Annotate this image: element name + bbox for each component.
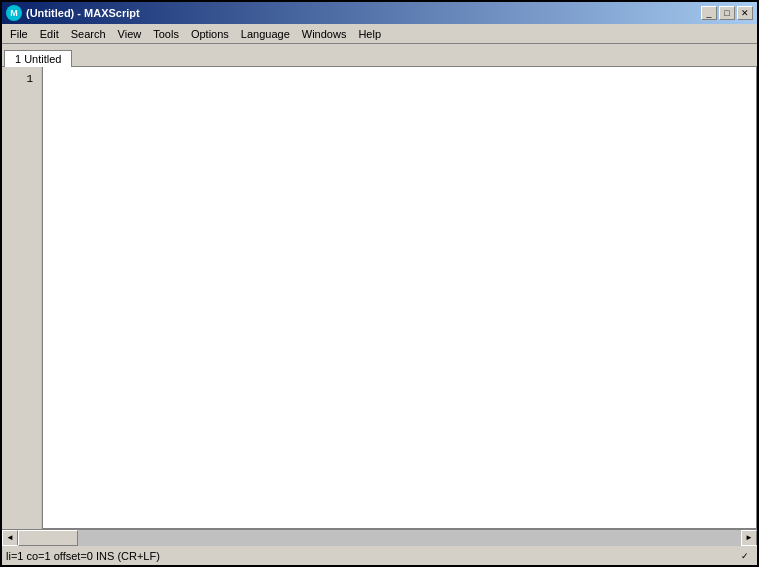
menu-search[interactable]: Search bbox=[65, 26, 112, 42]
scroll-right-button[interactable]: ► bbox=[741, 530, 757, 546]
scroll-track[interactable] bbox=[18, 530, 741, 546]
tab-untitled[interactable]: 1 Untitled bbox=[4, 50, 72, 67]
minimize-button[interactable]: _ bbox=[701, 6, 717, 20]
editor-area: 1 bbox=[2, 66, 757, 529]
main-window: M (Untitled) - MAXScript _ □ ✕ File Edit… bbox=[0, 0, 759, 567]
scroll-thumb[interactable] bbox=[18, 530, 78, 546]
menu-windows[interactable]: Windows bbox=[296, 26, 353, 42]
line-number-1: 1 bbox=[26, 71, 37, 87]
menu-tools[interactable]: Tools bbox=[147, 26, 185, 42]
horizontal-scrollbar[interactable]: ◄ ► bbox=[2, 529, 757, 545]
tab-bar: 1 Untitled bbox=[2, 44, 757, 66]
maximize-button[interactable]: □ bbox=[719, 6, 735, 20]
app-icon: M bbox=[6, 5, 22, 21]
title-bar-left: M (Untitled) - MAXScript bbox=[6, 5, 140, 21]
title-bar-buttons: _ □ ✕ bbox=[701, 6, 753, 20]
menu-options[interactable]: Options bbox=[185, 26, 235, 42]
menu-file[interactable]: File bbox=[4, 26, 34, 42]
scroll-left-button[interactable]: ◄ bbox=[2, 530, 18, 546]
title-bar: M (Untitled) - MAXScript _ □ ✕ bbox=[2, 2, 757, 24]
bottom-area: ◄ ► li=1 co=1 offset=0 INS (CR+LF) ✓ bbox=[2, 529, 757, 565]
status-icon: ✓ bbox=[737, 548, 753, 564]
menu-help[interactable]: Help bbox=[352, 26, 387, 42]
menu-language[interactable]: Language bbox=[235, 26, 296, 42]
menu-edit[interactable]: Edit bbox=[34, 26, 65, 42]
menu-view[interactable]: View bbox=[112, 26, 148, 42]
close-button[interactable]: ✕ bbox=[737, 6, 753, 20]
menu-bar: File Edit Search View Tools Options Lang… bbox=[2, 24, 757, 44]
editor-content bbox=[42, 67, 757, 529]
status-text: li=1 co=1 offset=0 INS (CR+LF) bbox=[6, 550, 160, 562]
line-numbers: 1 bbox=[2, 67, 42, 529]
code-editor[interactable] bbox=[43, 67, 756, 528]
title-bar-text: (Untitled) - MAXScript bbox=[26, 7, 140, 19]
status-bar: li=1 co=1 offset=0 INS (CR+LF) ✓ bbox=[2, 545, 757, 565]
